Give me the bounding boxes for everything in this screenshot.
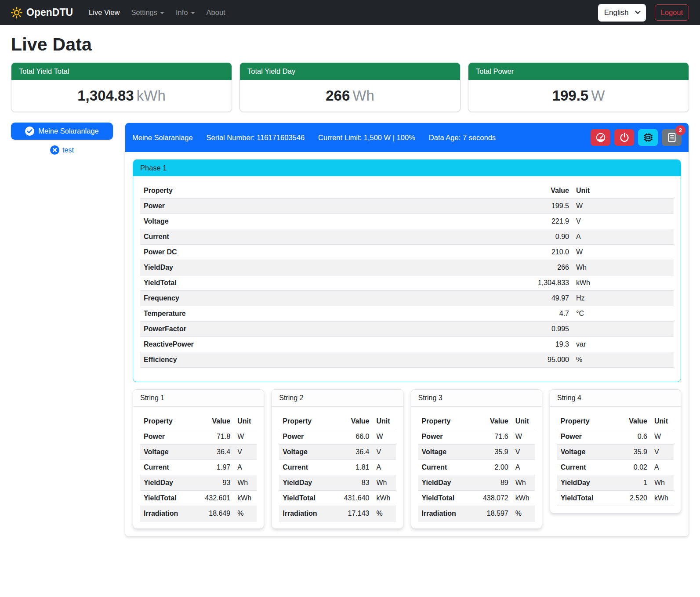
value-cell: 17.143 [326,506,373,521]
inverter-data-age: Data Age: 7 seconds [429,134,496,142]
property-cell: Efficiency [140,352,498,368]
unit-cell: W [512,429,535,445]
value-cell: 2.520 [603,491,651,506]
property-cell: Irradiation [279,506,325,521]
power-toggle-button[interactable] [614,129,634,146]
string-2-header: String 2 [272,390,403,407]
value-cell: 71.6 [464,429,512,445]
table-row: Voltage36.4V [279,445,395,460]
value-cell: 1.97 [186,460,234,475]
column-header-unit: Unit [512,414,535,429]
value-cell: 0.02 [603,460,651,475]
unit-cell: % [573,352,674,368]
string-3-header: String 3 [411,390,542,407]
device-info-button[interactable] [638,129,658,146]
value-cell: 0.995 [498,322,573,337]
nav-item-info[interactable]: Info [171,5,199,20]
unit-cell: Wh [573,260,674,275]
table-row: Current2.00A [418,460,535,475]
chevron-down-icon [635,8,641,14]
property-cell: Voltage [140,214,498,229]
unit-cell: var [573,337,674,352]
nav-item-settings[interactable]: Settings [127,5,169,20]
column-header-unit: Unit [234,414,257,429]
total-power-card: Total Power 199.5W [468,62,689,112]
string-1-card: String 1 PropertyValueUnitPower71.8WVolt… [133,389,264,529]
property-cell: Power [279,429,325,445]
inverter-item-test[interactable]: test [11,145,113,155]
unit-cell [573,322,674,337]
phase-1-panel: Phase 1 PropertyValueUnitPower199.5WVolt… [133,159,681,382]
property-cell: YieldTotal [140,275,498,291]
power-icon [619,132,630,143]
brand-label: OpenDTU [26,7,73,18]
column-header-property: Property [279,414,325,429]
total-yield-total-unit: kWh [137,87,166,104]
nav-item-settings-label: Settings [131,8,157,17]
column-header-value: Value [603,414,651,429]
language-value: English [604,8,629,17]
cpu-icon [643,132,653,143]
phase-1-header: Phase 1 [133,160,681,176]
inverter-action-buttons: 2 [591,129,682,146]
unit-cell: W [234,429,257,445]
event-log-button[interactable]: 2 [662,129,682,146]
inverter-limit: Current Limit: 1,500 W | 100% [318,134,415,142]
check-circle-icon [25,127,34,136]
table-row: PowerFactor0.995 [140,322,674,337]
table-row: Power DC210.0W [140,245,674,260]
unit-cell: °C [573,306,674,322]
nav-links: Live View Settings Info About [84,5,595,20]
card-header: Total Power [468,63,689,80]
unit-cell: A [651,460,674,475]
unit-cell: A [573,229,674,245]
sun-icon [11,7,22,18]
property-cell: YieldTotal [279,491,325,506]
table-header-row: PropertyValueUnit [140,414,257,429]
total-yield-total-value: 1,304.83 [77,87,134,104]
unit-cell: Wh [373,475,396,491]
total-yield-day-value: 266 [326,87,350,104]
property-cell: Power [557,429,603,445]
value-cell: 66.0 [326,429,373,445]
logout-button[interactable]: Logout [655,4,689,21]
table-row: Current1.97A [140,460,257,475]
unit-cell: Hz [573,291,674,306]
inverter-select-button[interactable]: Meine Solaranlage [11,123,113,140]
brand[interactable]: OpenDTU [11,7,73,18]
table-row: YieldDay89Wh [418,475,535,491]
property-cell: Current [279,460,325,475]
nav-item-live-view[interactable]: Live View [84,5,124,20]
value-cell: 36.4 [326,445,373,460]
table-row: Power199.5W [140,199,674,214]
column-header-property: Property [557,414,603,429]
table-row: Voltage221.9V [140,214,674,229]
language-select[interactable]: English [598,4,646,22]
property-cell: Voltage [418,445,464,460]
inverter-serial: Serial Number: 116171603546 [207,134,305,142]
chevron-down-icon [160,12,164,14]
total-yield-total-card: Total Yield Total 1,304.83kWh [11,62,232,112]
value-cell: 71.8 [186,429,234,445]
unit-cell: kWh [573,275,674,291]
inverter-test-label: test [62,146,74,154]
column-header-unit: Unit [651,414,674,429]
property-cell: Power DC [140,245,498,260]
phase-1-table: PropertyValueUnitPower199.5WVoltage221.9… [140,183,674,368]
column-header-unit: Unit [373,414,396,429]
property-cell: Current [557,460,603,475]
unit-cell: A [373,460,396,475]
speedometer-icon [595,132,606,143]
property-cell: Current [140,229,498,245]
property-cell: YieldTotal [418,491,464,506]
unit-cell: Wh [512,475,535,491]
table-row: Frequency49.97Hz [140,291,674,306]
property-cell: Power [140,429,186,445]
table-row: ReactivePower19.3var [140,337,674,352]
value-cell: 2.00 [464,460,512,475]
value-cell: 49.97 [498,291,573,306]
property-cell: PowerFactor [140,322,498,337]
nav-item-about[interactable]: About [202,5,230,20]
limit-settings-button[interactable] [591,129,610,146]
property-cell: Power [418,429,464,445]
